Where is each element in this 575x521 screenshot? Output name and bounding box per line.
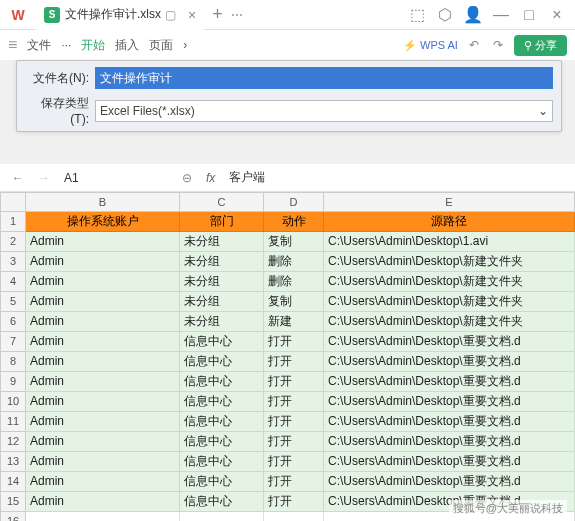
col-header-C[interactable]: C bbox=[180, 192, 264, 212]
cell-action[interactable]: 新建 bbox=[264, 312, 324, 332]
header-cell[interactable]: 源路径 bbox=[324, 212, 575, 232]
cell-account[interactable]: Admin bbox=[26, 252, 180, 272]
row-number[interactable]: 6 bbox=[0, 312, 26, 332]
cell-dept[interactable]: 信息中心 bbox=[180, 472, 264, 492]
cell-dept[interactable]: 信息中心 bbox=[180, 412, 264, 432]
back-icon[interactable]: ← bbox=[12, 171, 24, 185]
undo-icon[interactable]: ↶ bbox=[466, 37, 482, 53]
cell-action[interactable]: 删除 bbox=[264, 252, 324, 272]
cell-path[interactable]: C:\Users\Admin\Desktop\重要文档.d bbox=[324, 332, 575, 352]
cell[interactable] bbox=[180, 512, 264, 521]
cell-path[interactable]: C:\Users\Admin\Desktop\重要文档.d bbox=[324, 352, 575, 372]
cell-action[interactable]: 删除 bbox=[264, 272, 324, 292]
cell-path[interactable]: C:\Users\Admin\Desktop\重要文档.d bbox=[324, 392, 575, 412]
menu-file[interactable]: 文件 bbox=[27, 37, 51, 54]
cell-dept[interactable]: 未分组 bbox=[180, 312, 264, 332]
cell[interactable] bbox=[26, 512, 180, 521]
cell-path[interactable]: C:\Users\Admin\Desktop\新建文件夹 bbox=[324, 312, 575, 332]
cell-action[interactable]: 打开 bbox=[264, 332, 324, 352]
filename-input[interactable] bbox=[95, 67, 553, 89]
cell[interactable] bbox=[264, 512, 324, 521]
col-header-E[interactable]: E bbox=[324, 192, 575, 212]
cell-path[interactable]: C:\Users\Admin\Desktop\重要文档.d bbox=[324, 412, 575, 432]
row-number[interactable]: 1 bbox=[0, 212, 26, 232]
cell-action[interactable]: 打开 bbox=[264, 372, 324, 392]
cell-dept[interactable]: 未分组 bbox=[180, 232, 264, 252]
maximize-icon[interactable]: □ bbox=[521, 7, 537, 23]
cell-dept[interactable]: 信息中心 bbox=[180, 452, 264, 472]
cube-icon[interactable]: ⬡ bbox=[437, 7, 453, 23]
col-header-B[interactable]: B bbox=[26, 192, 180, 212]
window-icon[interactable]: ⬚ bbox=[409, 7, 425, 23]
cell-reference-input[interactable] bbox=[64, 171, 114, 185]
wps-ai-button[interactable]: ⚡WPS AI bbox=[403, 39, 458, 52]
row-number[interactable]: 15 bbox=[0, 492, 26, 512]
cell-action[interactable]: 打开 bbox=[264, 412, 324, 432]
cell-path[interactable]: C:\Users\Admin\Desktop\新建文件夹 bbox=[324, 292, 575, 312]
row-number[interactable]: 10 bbox=[0, 392, 26, 412]
menu-start[interactable]: 开始 bbox=[81, 37, 105, 54]
menu-insert[interactable]: 插入 bbox=[115, 37, 139, 54]
cell-path[interactable]: C:\Users\Admin\Desktop\重要文档.d bbox=[324, 472, 575, 492]
forward-icon[interactable]: → bbox=[38, 171, 50, 185]
cell-dept[interactable]: 信息中心 bbox=[180, 392, 264, 412]
cell-path[interactable]: C:\Users\Admin\Desktop\重要文档.d bbox=[324, 432, 575, 452]
tab-close-icon[interactable]: × bbox=[188, 7, 196, 23]
zoom-out-icon[interactable]: ⊖ bbox=[182, 171, 192, 185]
col-header-D[interactable]: D bbox=[264, 192, 324, 212]
cell-dept[interactable]: 信息中心 bbox=[180, 372, 264, 392]
cell-action[interactable]: 打开 bbox=[264, 392, 324, 412]
cell-path[interactable]: C:\Users\Admin\Desktop\1.avi bbox=[324, 232, 575, 252]
cell-action[interactable]: 打开 bbox=[264, 452, 324, 472]
cell-account[interactable]: Admin bbox=[26, 372, 180, 392]
menu-more-icon[interactable]: › bbox=[183, 38, 187, 52]
cell-account[interactable]: Admin bbox=[26, 292, 180, 312]
cell-account[interactable]: Admin bbox=[26, 492, 180, 512]
cell-dept[interactable]: 信息中心 bbox=[180, 332, 264, 352]
share-button[interactable]: ⚲ 分享 bbox=[514, 35, 567, 56]
row-number[interactable]: 12 bbox=[0, 432, 26, 452]
cell-dept[interactable]: 未分组 bbox=[180, 252, 264, 272]
minimize-icon[interactable]: — bbox=[493, 7, 509, 23]
row-number[interactable]: 8 bbox=[0, 352, 26, 372]
redo-icon[interactable]: ↷ bbox=[490, 37, 506, 53]
header-cell[interactable]: 部门 bbox=[180, 212, 264, 232]
select-all-corner[interactable] bbox=[0, 192, 26, 212]
cell-dept[interactable]: 信息中心 bbox=[180, 432, 264, 452]
header-cell[interactable]: 操作系统账户 bbox=[26, 212, 180, 232]
menu-page[interactable]: 页面 bbox=[149, 37, 173, 54]
cell-account[interactable]: Admin bbox=[26, 352, 180, 372]
row-number[interactable]: 2 bbox=[0, 232, 26, 252]
document-tab[interactable]: S 文件操作审计.xlsx ▢ × bbox=[36, 0, 204, 30]
cell-dept[interactable]: 未分组 bbox=[180, 292, 264, 312]
row-number[interactable]: 13 bbox=[0, 452, 26, 472]
cell-action[interactable]: 复制 bbox=[264, 292, 324, 312]
new-tab-button[interactable]: + bbox=[212, 4, 223, 25]
cell-path[interactable]: C:\Users\Admin\Desktop\重要文档.d bbox=[324, 452, 575, 472]
row-number[interactable]: 5 bbox=[0, 292, 26, 312]
cell-account[interactable]: Admin bbox=[26, 472, 180, 492]
row-number[interactable]: 3 bbox=[0, 252, 26, 272]
row-number[interactable]: 7 bbox=[0, 332, 26, 352]
row-number[interactable]: 16 bbox=[0, 512, 26, 521]
cell-account[interactable]: Admin bbox=[26, 412, 180, 432]
cell-dept[interactable]: 信息中心 bbox=[180, 492, 264, 512]
cell-action[interactable]: 复制 bbox=[264, 232, 324, 252]
cell-path[interactable]: C:\Users\Admin\Desktop\新建文件夹 bbox=[324, 272, 575, 292]
header-cell[interactable]: 动作 bbox=[264, 212, 324, 232]
cell-account[interactable]: Admin bbox=[26, 392, 180, 412]
hamburger-icon[interactable]: ≡ bbox=[8, 36, 17, 54]
cell-action[interactable]: 打开 bbox=[264, 472, 324, 492]
row-number[interactable]: 14 bbox=[0, 472, 26, 492]
menu-ellipsis[interactable]: ··· bbox=[61, 38, 71, 52]
cell-action[interactable]: 打开 bbox=[264, 352, 324, 372]
cell-action[interactable]: 打开 bbox=[264, 492, 324, 512]
cell-account[interactable]: Admin bbox=[26, 332, 180, 352]
cell-account[interactable]: Admin bbox=[26, 432, 180, 452]
cell-dept[interactable]: 信息中心 bbox=[180, 352, 264, 372]
cell-account[interactable]: Admin bbox=[26, 452, 180, 472]
tab-menu-icon[interactable]: ⋯ bbox=[231, 8, 243, 22]
cell-dept[interactable]: 未分组 bbox=[180, 272, 264, 292]
cell-account[interactable]: Admin bbox=[26, 272, 180, 292]
cell-account[interactable]: Admin bbox=[26, 232, 180, 252]
